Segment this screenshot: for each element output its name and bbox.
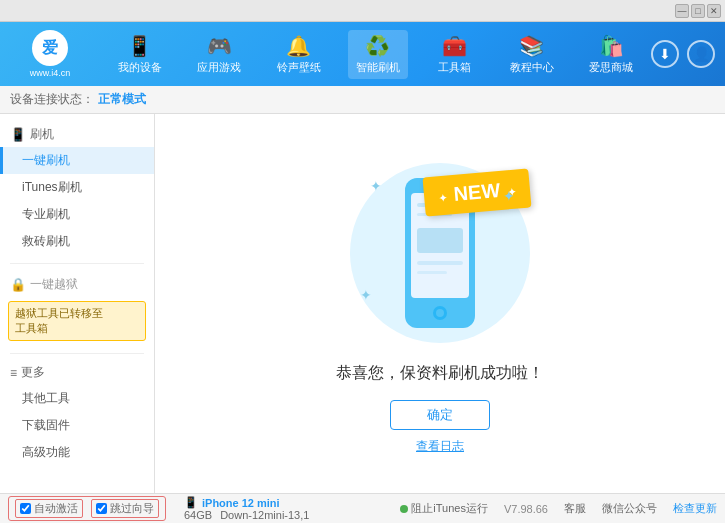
flash-group-icon: 📱 <box>10 127 26 142</box>
tutorial-icon: 📚 <box>519 34 544 58</box>
nav-shop[interactable]: 🛍️ 爱思商城 <box>581 30 641 79</box>
ringtones-icon: 🔔 <box>286 34 311 58</box>
skip-wizard-checkbox[interactable]: 跳过向导 <box>91 499 159 518</box>
sidebar-item-download-firmware[interactable]: 下载固件 <box>0 412 154 439</box>
sidebar-group-jailbreak-label: 一键越狱 <box>30 276 78 293</box>
one-key-flash-label: 一键刷机 <box>22 153 70 167</box>
sidebar-item-pro-flash[interactable]: 专业刷机 <box>0 201 154 228</box>
nav-label-ringtones: 铃声壁纸 <box>277 60 321 75</box>
sidebar-item-unbrick-flash[interactable]: 救砖刷机 <box>0 228 154 255</box>
auto-activate-input[interactable] <box>20 503 31 514</box>
header: 爱 www.i4.cn 📱 我的设备 🎮 应用游戏 🔔 铃声壁纸 ♻️ 智能刷机… <box>0 22 725 86</box>
sidebar-item-itunes-flash[interactable]: iTunes刷机 <box>0 174 154 201</box>
nav-my-device[interactable]: 📱 我的设备 <box>110 30 170 79</box>
minimize-btn[interactable]: — <box>675 4 689 18</box>
nav-bar: 📱 我的设备 🎮 应用游戏 🔔 铃声壁纸 ♻️ 智能刷机 🧰 工具箱 📚 教程中… <box>100 30 651 79</box>
nav-label-shop: 爱思商城 <box>589 60 633 75</box>
sidebar-item-other-tools[interactable]: 其他工具 <box>0 385 154 412</box>
svg-rect-9 <box>417 271 447 274</box>
sidebar-item-advanced[interactable]: 高级功能 <box>0 439 154 466</box>
new-badge-text: NEW <box>453 179 501 205</box>
nav-label-smart-flash: 智能刷机 <box>356 60 400 75</box>
logo-icon: 爱 <box>32 30 68 66</box>
auto-activate-checkbox[interactable]: 自动激活 <box>15 499 83 518</box>
footer-checkboxes: 自动激活 跳过向导 <box>8 496 166 521</box>
phone-illustration: ✦ ✦ ✦ <box>340 153 540 353</box>
sparkle-3: ✦ <box>360 287 372 303</box>
skip-wizard-input[interactable] <box>96 503 107 514</box>
pro-flash-label: 专业刷机 <box>22 207 70 221</box>
sidebar: 📱 刷机 一键刷机 iTunes刷机 专业刷机 救砖刷机 🔒 一键越狱 <box>0 114 155 493</box>
check-update-link[interactable]: 检查更新 <box>673 501 717 516</box>
jailbreak-notice-text: 越狱工具已转移至工具箱 <box>15 307 103 334</box>
footer-device-info: 📱 iPhone 12 mini 64GB Down-12mini-13,1 <box>184 496 309 521</box>
svg-rect-8 <box>417 261 463 265</box>
sparkle-1: ✦ <box>370 178 382 194</box>
sidebar-section-jailbreak: 🔒 一键越狱 越狱工具已转移至工具箱 <box>0 268 154 349</box>
logo-letter: 爱 <box>42 38 58 59</box>
sidebar-divider-2 <box>10 353 144 354</box>
sparkle-2: ✦ <box>503 188 515 204</box>
title-bar: — □ ✕ <box>0 0 725 22</box>
shop-icon: 🛍️ <box>599 34 624 58</box>
device-name: iPhone 12 mini <box>202 497 280 509</box>
skip-wizard-label: 跳过向导 <box>110 501 154 516</box>
device-phone-icon: 📱 <box>184 496 198 509</box>
sidebar-section-more: ≡ 更多 其他工具 下载固件 高级功能 <box>0 358 154 468</box>
apps-games-icon: 🎮 <box>207 34 232 58</box>
status-label: 设备连接状态： <box>10 91 94 108</box>
more-icon: ≡ <box>10 366 17 380</box>
sidebar-group-flash[interactable]: 📱 刷机 <box>0 122 154 147</box>
nav-apps-games[interactable]: 🎮 应用游戏 <box>189 30 249 79</box>
main-content: 📱 刷机 一键刷机 iTunes刷机 专业刷机 救砖刷机 🔒 一键越狱 <box>0 114 725 493</box>
more-label: 更多 <box>21 364 45 381</box>
nav-label-apps-games: 应用游戏 <box>197 60 241 75</box>
nav-label-toolbox: 工具箱 <box>438 60 471 75</box>
sidebar-divider-1 <box>10 263 144 264</box>
advanced-label: 高级功能 <box>22 445 70 459</box>
maximize-btn[interactable]: □ <box>691 4 705 18</box>
itunes-status-dot <box>400 505 408 513</box>
confirm-button[interactable]: 确定 <box>390 400 490 430</box>
footer-right: 阻止iTunes运行 V7.98.66 客服 微信公众号 检查更新 <box>400 501 717 516</box>
wechat-link[interactable]: 微信公众号 <box>602 501 657 516</box>
lock-icon: 🔒 <box>10 277 26 292</box>
user-btn[interactable]: 👤 <box>687 40 715 68</box>
smart-flash-icon: ♻️ <box>365 34 390 58</box>
status-value: 正常模式 <box>98 91 146 108</box>
download-btn[interactable]: ⬇ <box>651 40 679 68</box>
toolbox-icon: 🧰 <box>442 34 467 58</box>
my-device-icon: 📱 <box>127 34 152 58</box>
sidebar-item-one-key-flash[interactable]: 一键刷机 <box>0 147 154 174</box>
itunes-flash-label: iTunes刷机 <box>22 180 82 194</box>
nav-smart-flash[interactable]: ♻️ 智能刷机 <box>348 30 408 79</box>
nav-label-my-device: 我的设备 <box>118 60 162 75</box>
sidebar-section-flash: 📱 刷机 一键刷机 iTunes刷机 专业刷机 救砖刷机 <box>0 118 154 259</box>
version-label: V7.98.66 <box>504 503 548 515</box>
nav-right-controls: ⬇ 👤 <box>651 40 715 68</box>
unbrick-flash-label: 救砖刷机 <box>22 234 70 248</box>
customer-service-link[interactable]: 客服 <box>564 501 586 516</box>
close-btn[interactable]: ✕ <box>707 4 721 18</box>
logo[interactable]: 爱 www.i4.cn <box>10 30 90 78</box>
logo-site: www.i4.cn <box>30 68 71 78</box>
footer: 自动激活 跳过向导 📱 iPhone 12 mini 64GB Down-12m… <box>0 493 725 523</box>
itunes-status-label: 阻止iTunes运行 <box>411 501 488 516</box>
nav-ringtones[interactable]: 🔔 铃声壁纸 <box>269 30 329 79</box>
auto-activate-label: 自动激活 <box>34 501 78 516</box>
nav-tutorial[interactable]: 📚 教程中心 <box>502 30 562 79</box>
svg-rect-7 <box>417 228 463 253</box>
download-firmware-label: 下载固件 <box>22 418 70 432</box>
window-controls: — □ ✕ <box>675 4 721 18</box>
nav-toolbox[interactable]: 🧰 工具箱 <box>427 30 482 79</box>
success-title: 恭喜您，保资料刷机成功啦！ <box>336 363 544 384</box>
success-panel: ✦ ✦ ✦ <box>336 153 544 455</box>
device-storage: 64GB <box>184 509 212 521</box>
device-model: Down-12mini-13,1 <box>220 509 309 521</box>
sidebar-group-jailbreak[interactable]: 🔒 一键越狱 <box>0 272 154 297</box>
jailbreak-notice: 越狱工具已转移至工具箱 <box>8 301 146 341</box>
goto-daily-link[interactable]: 查看日志 <box>416 438 464 455</box>
sidebar-group-more: ≡ 更多 <box>0 360 154 385</box>
content-area: ✦ ✦ ✦ <box>155 114 725 493</box>
device-details: 64GB Down-12mini-13,1 <box>184 509 309 521</box>
